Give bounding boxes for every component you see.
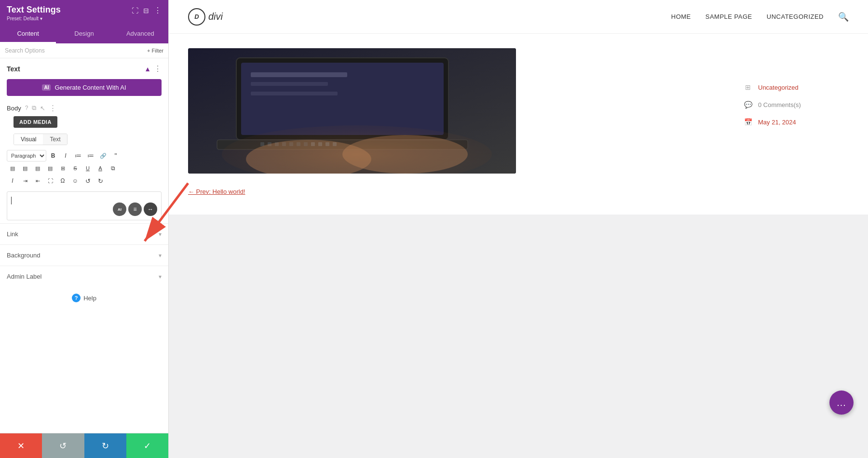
bottom-bar: ✕ ↺ ↻ ✓ [0,433,168,458]
prev-link[interactable]: ← Prev: Hello world! [188,188,849,195]
text-editor-area[interactable]: AI ≡ ↔ [7,191,162,220]
ai-generate-button[interactable]: AI Generate Content With AI [7,79,162,96]
meta-category-item: ⊞ Uncategorized [743,82,849,93]
search-input[interactable] [5,47,143,54]
svg-point-23 [342,135,468,174]
unordered-list-button[interactable]: ≔ [72,150,84,162]
table-button[interactable]: ⊞ [57,162,68,174]
body-copy-icon[interactable]: ⧉ [32,104,36,112]
tab-content[interactable]: Content [0,25,56,43]
nav-uncategorized[interactable]: UNCATEGORIZED [767,13,824,20]
redo-button[interactable]: ↻ [84,433,126,458]
panel-preset[interactable]: Preset: Default ▾ [7,16,61,21]
meta-date: May 21, 2024 [758,119,796,126]
calendar-meta-icon: 📅 [743,117,753,127]
panel-header-info: Text Settings Preset: Default ▾ [7,5,61,21]
background-section-header[interactable]: Background ▾ [0,245,168,266]
panel-header: Text Settings Preset: Default ▾ ⛶ ⊟ ⋮ [0,0,168,25]
body-help-icon[interactable]: ? [25,105,28,111]
justify-button[interactable]: ▤ [44,162,56,174]
text-section-header[interactable]: Text ▲ ⋮ [0,58,168,77]
text-cursor [11,197,12,204]
panel-tabs: Content Design Advanced [0,25,168,43]
ai-badge: AI [42,84,51,91]
text-section-title: Text [7,65,20,73]
section-menu-icon[interactable]: ⋮ [154,64,162,73]
svg-rect-11 [260,142,264,146]
expand-button[interactable]: ⛶ [44,175,56,187]
editor-tabs: Visual Text [14,134,68,145]
section-header-icons: ▲ ⋮ [144,64,162,73]
add-media-button[interactable]: ADD MEDIA [14,116,57,128]
align-left-button[interactable]: ▤ [7,162,18,174]
site-nav-links: HOME SAMPLE PAGE UNCATEGORIZED 🔍 [671,12,849,22]
background-chevron-icon[interactable]: ▾ [159,252,162,259]
nav-sample-page[interactable]: SAMPLE PAGE [705,13,752,20]
ai-inline-button[interactable]: AI [113,202,126,216]
admin-label-title: Admin Label [7,273,41,280]
link-section-header[interactable]: Link ▾ [0,224,168,244]
blockquote-button[interactable]: " [110,150,122,162]
comments-meta-icon: 💬 [743,99,753,110]
admin-label-section-header[interactable]: Admin Label ▾ [0,266,168,287]
emoji-button[interactable]: ☺ [69,175,81,187]
text-color-button[interactable]: A [95,162,106,174]
tab-visual[interactable]: Visual [14,134,43,145]
section-collapse-icon[interactable]: ▲ [144,65,151,73]
search-bar: + Filter [0,43,168,58]
bold-button[interactable]: B [47,150,59,162]
more-options-icon[interactable]: ⋮ [154,6,162,15]
meta-comments: 0 Comments(s) [758,101,801,108]
tab-design[interactable]: Design [56,25,112,43]
paragraph-select[interactable]: Paragraph [7,150,46,162]
tab-advanced[interactable]: Advanced [112,25,168,43]
nav-home[interactable]: HOME [671,13,691,20]
svg-rect-7 [251,82,328,86]
help-row: ? Help [0,287,168,309]
body-row: Body ? ⧉ ↖ ⋮ [0,101,168,115]
fullscreen-icon[interactable]: ⛶ [132,7,138,14]
strikethrough-button[interactable]: S [69,162,81,174]
site-logo: D divi [188,8,223,26]
tab-text[interactable]: Text [43,134,67,145]
outdent-button[interactable]: ⇤ [32,175,43,187]
undo-button[interactable]: ↺ [42,433,84,458]
panel-title: Text Settings [7,5,61,15]
columns-icon[interactable]: ⊟ [143,7,149,14]
underline-button[interactable]: U [82,162,94,174]
filter-button[interactable]: + Filter [147,48,163,54]
site-nav: D divi HOME SAMPLE PAGE UNCATEGORIZED 🔍 [169,0,868,34]
meta-sidebar: ⊞ Uncategorized 💬 0 Comments(s) 📅 May 21… [743,82,849,134]
redo-toolbar-button[interactable]: ↻ [95,175,106,187]
link-section-title: Link [7,230,18,238]
inline-settings-button[interactable]: ≡ [128,202,142,216]
editor-float-toolbar: AI ≡ ↔ [113,202,157,216]
link-section: Link ▾ [0,223,168,244]
undo-toolbar-button[interactable]: ↺ [82,175,94,187]
link-chevron-icon[interactable]: ▾ [159,231,162,238]
toolbar-row-2: ▤ ▤ ▤ ▤ ⊞ S U A ⧉ [7,162,162,174]
nav-search-icon[interactable]: 🔍 [838,12,849,22]
editor-toolbar: Paragraph B I ≔ ≔ 🔗 " ▤ ▤ ▤ ▤ ⊞ S U A ⧉ [0,149,168,189]
save-button[interactable]: ✓ [126,433,168,458]
italic-button[interactable]: I [60,150,71,162]
meta-category: Uncategorized [758,84,799,91]
body-more-icon[interactable]: ⋮ [49,104,56,112]
grid-meta-icon: ⊞ [743,82,753,93]
ordered-list-button[interactable]: ≔ [85,150,96,162]
paste-button[interactable]: ⧉ [107,162,119,174]
inline-expand-button[interactable]: ↔ [144,202,157,216]
admin-label-chevron-icon[interactable]: ▾ [159,273,162,280]
link-button[interactable]: 🔗 [97,150,109,162]
align-right-button[interactable]: ▤ [32,162,43,174]
toolbar-row-3: I ⇥ ⇤ ⛶ Ω ☺ ↺ ↻ [7,175,162,187]
help-circle-icon[interactable]: ? [72,294,81,302]
body-cursor-icon[interactable]: ↖ [40,105,45,112]
align-center-button[interactable]: ▤ [19,162,31,174]
italic2-button[interactable]: I [7,175,18,187]
cancel-button[interactable]: ✕ [0,433,42,458]
floating-menu-button[interactable]: ... [829,391,854,415]
indent-button[interactable]: ⇥ [19,175,31,187]
omega-button[interactable]: Ω [57,175,68,187]
panel-header-icons: ⛶ ⊟ ⋮ [132,6,162,15]
